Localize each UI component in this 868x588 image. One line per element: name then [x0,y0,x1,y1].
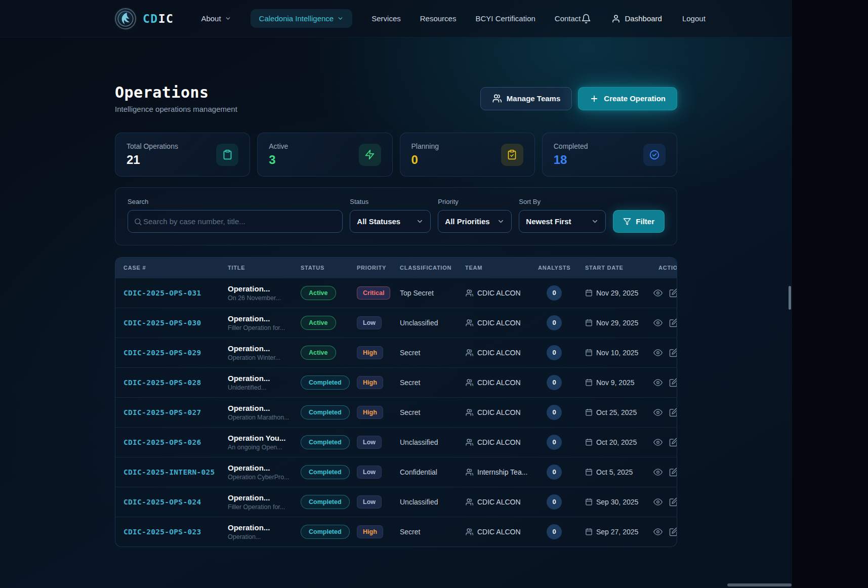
priority-label: Priority [438,198,512,205]
stat-value: 0 [411,153,439,167]
sort-label: Sort By [519,198,606,205]
classification-label: Top Secret [400,289,434,297]
create-operation-button[interactable]: Create Operation [578,87,677,110]
view-operation-button[interactable] [653,408,663,417]
nav-item-contact[interactable]: Contact [555,14,581,23]
column-header-start-date: START DATE [585,258,658,278]
create-operation-label: Create Operation [604,94,666,103]
edit-operation-button[interactable] [669,468,677,477]
app-window: CDIC About Caledonia Intelligence Servic… [0,0,792,588]
classification-label: Secret [400,528,420,536]
notifications-bell-button[interactable] [581,14,591,24]
view-operation-button[interactable] [653,318,663,327]
edit-operation-button[interactable] [669,497,677,507]
plus-icon [590,94,599,103]
nav-item-dashboard[interactable]: Dashboard [611,14,662,23]
team-users-icon [465,408,473,416]
team-cell: CDIC ALCON [465,438,538,446]
nav-item-resources[interactable]: Resources [420,14,457,23]
edit-operation-button[interactable] [669,318,677,327]
horizontal-scrollbar-thumb[interactable] [727,583,792,586]
status-badge: Completed [301,465,350,479]
operation-title: Operation... [228,523,301,532]
edit-operation-button[interactable] [669,288,677,298]
analyst-count-badge: 0 [547,375,562,390]
case-number-link[interactable]: CDIC-2025-OPS-030 [123,319,201,327]
start-date-cell: Oct 25, 2025 [585,408,658,416]
nav-item-logout[interactable]: Logout [682,14,706,23]
stat-card-completed: Completed 18 [542,133,677,177]
case-number-link[interactable]: CDIC-2025-INTERN-025 [123,468,215,476]
view-operation-button[interactable] [653,438,663,447]
edit-icon [669,348,677,357]
eye-icon [653,527,663,536]
operation-title: Operation... [228,374,301,383]
start-date-cell: Oct 20, 2025 [585,438,658,446]
edit-operation-button[interactable] [669,408,677,417]
column-header-team: TEAM [465,258,538,278]
classification-label: Confidential [400,468,437,476]
actions-cell [653,527,677,536]
vertical-scrollbar-thumb[interactable] [789,286,791,310]
brand[interactable]: CDIC [115,8,174,29]
case-number-link[interactable]: CDIC-2025-OPS-023 [123,528,201,536]
stat-card-total-operations: Total Operations 21 [115,133,250,177]
users-icon [492,94,502,103]
operation-title: Operation... [228,344,301,353]
case-number-link[interactable]: CDIC-2025-OPS-027 [123,408,201,416]
column-header-status: STATUS [301,258,357,278]
nav-item-caledonia-intelligence[interactable]: Caledonia Intelligence [251,9,353,28]
status-select[interactable]: All Statuses [350,210,431,233]
nav-item-bcyi-certification[interactable]: BCYI Certification [475,14,535,23]
view-operation-button[interactable] [653,497,663,507]
team-cell: CDIC ALCON [465,498,538,506]
sort-field-group: Sort By Newest First [519,198,606,233]
case-number-link[interactable]: CDIC-2025-OPS-028 [123,379,201,387]
filter-button[interactable]: Filter [613,210,665,233]
eye-icon [653,318,663,327]
calendar-icon [585,528,593,535]
case-number-link[interactable]: CDIC-2025-OPS-024 [123,498,201,506]
edit-icon [669,527,677,536]
priority-select[interactable]: All Priorities [438,210,512,233]
edit-operation-button[interactable] [669,378,677,387]
edit-operation-button[interactable] [669,527,677,536]
team-label: CDIC ALCON [477,438,521,446]
table-row: CDIC-2025-OPS-023 Operation... Operation… [115,517,677,547]
case-number-link[interactable]: CDIC-2025-OPS-026 [123,438,201,446]
view-operation-button[interactable] [653,468,663,477]
stat-text: Total Operations 21 [127,142,178,167]
view-operation-button[interactable] [653,378,663,387]
case-number-link[interactable]: CDIC-2025-OPS-029 [123,349,201,357]
view-operation-button[interactable] [653,348,663,357]
team-cell: CDIC ALCON [465,319,538,327]
edit-operation-button[interactable] [669,438,677,447]
edit-operation-button[interactable] [669,348,677,357]
team-cell: Internship Tea... [465,468,538,476]
view-operation-button[interactable] [653,527,663,536]
logout-label: Logout [682,14,706,23]
case-number-link[interactable]: CDIC-2025-OPS-031 [123,289,201,297]
table-row: CDIC-2025-OPS-028 Operation... Unidentif… [115,367,677,397]
stat-label: Active [269,142,288,150]
start-date-label: Nov 10, 2025 [596,349,638,357]
team-users-icon [465,349,473,357]
priority-badge: High [357,346,383,359]
nav-item-services[interactable]: Services [371,14,401,23]
search-input[interactable] [128,210,343,233]
status-badge: Completed [301,525,350,539]
stat-label: Completed [554,142,588,150]
nav-links: About Caledonia Intelligence Services Re… [201,9,581,28]
view-operation-button[interactable] [653,288,663,298]
analyst-count-badge: 0 [547,465,562,480]
sort-select[interactable]: Newest First [519,210,606,233]
manage-teams-button[interactable]: Manage Teams [480,87,572,110]
eye-icon [653,468,663,477]
analyst-count-badge: 0 [547,405,562,420]
table-row: CDIC-2025-OPS-030 Operation... Filler Op… [115,308,677,338]
start-date-cell: Nov 29, 2025 [585,319,658,327]
stat-label: Planning [411,142,439,150]
nav-item-about[interactable]: About [201,14,231,23]
clipboard-icon [216,144,238,166]
priority-select-value: All Priorities [445,217,489,226]
